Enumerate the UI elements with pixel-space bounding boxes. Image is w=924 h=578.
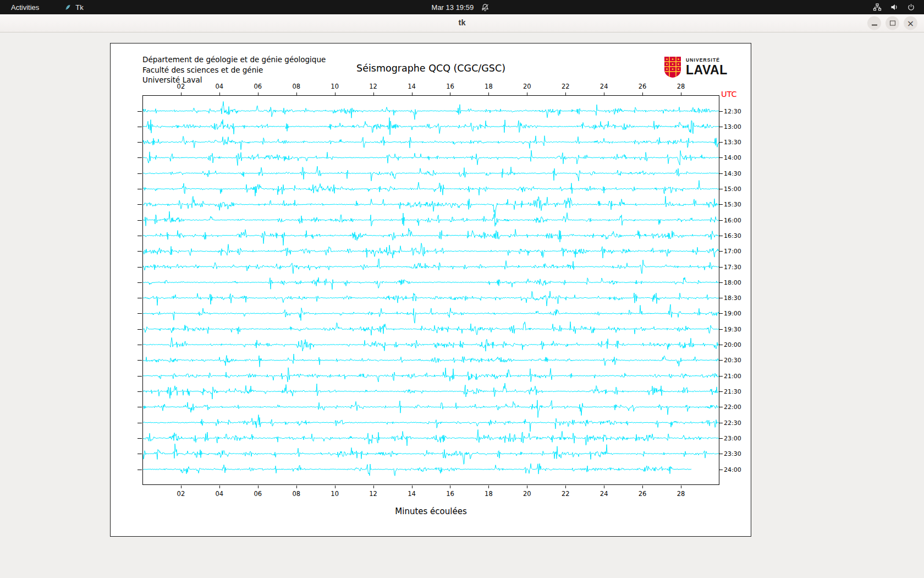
minute-tick	[642, 486, 643, 488]
minute-tick-label: 14	[408, 83, 416, 90]
trace-tick-left	[138, 298, 142, 298]
trace-time-label: 23:30	[724, 450, 741, 457]
trace-tick-right	[719, 236, 723, 236]
clock-menu[interactable]: Mar 13 19:59	[432, 0, 490, 14]
trace-tick-right	[719, 142, 723, 143]
bottom-minute-axis: 0204060810121416182022242628	[142, 486, 719, 500]
trace-tick-left	[138, 345, 142, 345]
seismogram-traces	[143, 96, 719, 484]
minute-tick	[181, 92, 182, 95]
minute-tick-label: 18	[485, 490, 493, 498]
notifications-muted-icon	[481, 3, 489, 12]
minute-tick	[681, 486, 681, 488]
minute-tick-label: 06	[254, 83, 262, 90]
minute-tick-label: 20	[523, 490, 531, 498]
minute-tick	[527, 92, 527, 95]
minute-tick-label: 20	[523, 83, 531, 90]
minute-tick	[642, 92, 643, 95]
trace-time-label: 15:30	[724, 201, 741, 208]
trace-tick-left	[138, 391, 142, 392]
app-name: Tk	[75, 3, 83, 12]
trace-tick-left	[138, 438, 142, 439]
trace-time-label: 18:00	[724, 279, 741, 286]
trace-tick-right	[719, 282, 723, 283]
trace-time-label: 18:30	[724, 295, 741, 302]
trace-tick-left	[138, 157, 142, 158]
minute-tick	[412, 92, 413, 95]
seismogram-plot	[142, 95, 719, 485]
minute-tick-label: 04	[216, 490, 224, 498]
minute-tick	[681, 92, 681, 95]
trace-tick-right	[719, 391, 723, 392]
trace-time-label: 22:00	[724, 403, 741, 411]
trace-tick-right	[719, 438, 723, 439]
trace-tick-left	[138, 236, 142, 236]
seismograph-panel: Département de géologie et de génie géol…	[110, 43, 751, 537]
volume-icon	[890, 3, 899, 12]
trace-tick-left	[138, 142, 142, 143]
trace-tick-left	[138, 376, 142, 377]
minimize-icon	[872, 25, 877, 26]
trace-time-label: 20:00	[724, 341, 741, 348]
trace-tick-right	[719, 173, 723, 174]
trace-tick-left	[138, 251, 142, 252]
trace-tick-left	[138, 329, 142, 330]
minute-tick	[527, 486, 527, 488]
minute-tick-label: 02	[177, 83, 185, 90]
minute-tick	[450, 92, 450, 95]
minute-tick	[450, 486, 450, 488]
minute-tick-label: 18	[485, 83, 493, 90]
minute-tick-label: 12	[369, 83, 377, 90]
minute-tick	[604, 92, 604, 95]
trace-time-label: 20:30	[724, 357, 741, 364]
restore-button[interactable]	[886, 17, 899, 30]
minute-tick-label: 16	[446, 490, 454, 498]
trace-tick-left	[138, 127, 142, 127]
close-button[interactable]: ×	[904, 17, 917, 30]
minimize-button[interactable]	[867, 17, 881, 30]
trace-tick-right	[719, 376, 723, 377]
top-bar: Activities Tk Mar 13 19:59	[0, 0, 924, 14]
trace-time-label: 22:30	[724, 419, 741, 426]
trace-tick-right	[719, 157, 723, 158]
trace-time-label: 24:00	[724, 466, 741, 473]
trace-tick-right	[719, 470, 723, 470]
trace-time-label: 16:00	[724, 216, 741, 223]
universite-laval-logo: UNIVERSITÉ LAVAL	[663, 56, 728, 79]
trace-tick-left	[138, 189, 142, 189]
activities-button[interactable]: Activities	[8, 0, 42, 14]
trace-tick-left	[138, 204, 142, 205]
minute-tick	[219, 92, 220, 95]
minute-tick-label: 28	[677, 83, 685, 90]
minute-tick-label: 24	[600, 83, 608, 90]
trace-tick-left	[138, 267, 142, 268]
minute-tick	[258, 486, 258, 488]
minute-tick	[373, 92, 374, 95]
window-title: tk	[0, 18, 924, 27]
trace-tick-right	[719, 127, 723, 127]
minute-tick-label: 16	[446, 83, 454, 90]
minute-tick-label: 12	[369, 490, 377, 498]
trace-tick-right	[719, 189, 723, 189]
system-status-area[interactable]	[873, 0, 924, 14]
trace-tick-right	[719, 329, 723, 330]
trace-time-label: 21:00	[724, 372, 741, 379]
trace-time-label: 13:30	[724, 139, 741, 146]
minute-tick	[412, 486, 413, 488]
trace-time-label: 17:00	[724, 248, 741, 255]
trace-time-label: 19:00	[724, 310, 741, 317]
minute-tick	[565, 486, 566, 488]
trace-tick-right	[719, 345, 723, 345]
trace-tick-right	[719, 220, 723, 221]
minute-tick-label: 26	[639, 83, 647, 90]
minute-tick-label: 28	[677, 490, 685, 498]
window-titlebar[interactable]: tk ×	[0, 14, 924, 32]
trace-tick-right	[719, 407, 723, 407]
minute-tick	[488, 486, 489, 488]
laval-shield-icon	[663, 56, 682, 79]
left-trace-ticks	[138, 95, 142, 485]
minute-tick	[181, 486, 182, 488]
minute-tick-label: 04	[216, 83, 224, 90]
focused-app-indicator[interactable]: Tk	[61, 0, 86, 14]
trace-tick-left	[138, 282, 142, 283]
